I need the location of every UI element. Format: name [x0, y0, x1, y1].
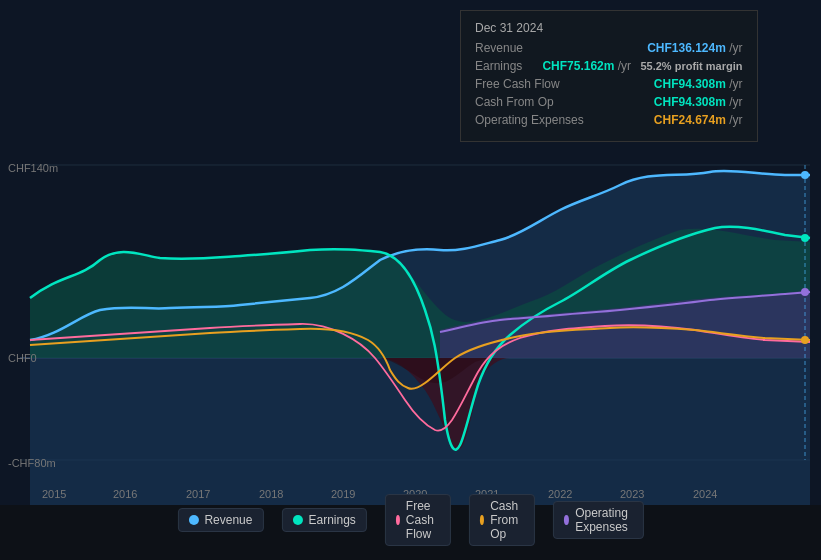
legend-dot-earnings	[292, 515, 302, 525]
tooltip-value-opex: CHF24.674m /yr	[654, 113, 743, 127]
tooltip-row-earnings: Earnings CHF75.162m /yr 55.2% profit mar…	[475, 59, 743, 73]
legend-revenue: Revenue	[177, 508, 263, 532]
svg-point-8	[801, 336, 809, 344]
svg-point-9	[801, 288, 809, 296]
tooltip-label-opex: Operating Expenses	[475, 113, 584, 127]
tooltip-value-revenue: CHF136.124m /yr	[647, 41, 742, 55]
tooltip-date: Dec 31 2024	[475, 21, 743, 35]
tooltip-label-cashop: Cash From Op	[475, 95, 554, 109]
legend-dot-fcf	[396, 515, 400, 525]
tooltip-label-fcf: Free Cash Flow	[475, 77, 560, 91]
tooltip-row-fcf: Free Cash Flow CHF94.308m /yr	[475, 77, 743, 91]
legend-dot-opex	[564, 515, 569, 525]
tooltip-label-revenue: Revenue	[475, 41, 523, 55]
tooltip-value-fcf: CHF94.308m /yr	[654, 77, 743, 91]
svg-point-6	[801, 171, 809, 179]
legend-label-opex: Operating Expenses	[575, 506, 632, 534]
legend-earnings: Earnings	[281, 508, 366, 532]
y-label-top: CHF140m	[8, 162, 58, 174]
tooltip-value-cashop: CHF94.308m /yr	[654, 95, 743, 109]
legend-label-cashop: Cash From Op	[490, 499, 524, 541]
tooltip-value-earnings: CHF75.162m /yr 55.2% profit margin	[542, 59, 742, 73]
legend-cashop: Cash From Op	[469, 494, 535, 546]
legend-opex: Operating Expenses	[553, 501, 644, 539]
svg-point-7	[801, 234, 809, 242]
legend-dot-revenue	[188, 515, 198, 525]
x-label-2024: 2024	[693, 488, 717, 500]
y-label-zero: CHF0	[8, 352, 37, 364]
legend-label-fcf: Free Cash Flow	[406, 499, 440, 541]
tooltip-label-earnings: Earnings	[475, 59, 522, 73]
tooltip-row-opex: Operating Expenses CHF24.674m /yr	[475, 113, 743, 127]
x-label-2015: 2015	[42, 488, 66, 500]
legend-label-revenue: Revenue	[204, 513, 252, 527]
tooltip-panel: Dec 31 2024 Revenue CHF136.124m /yr Earn…	[460, 10, 758, 142]
y-label-neg: -CHF80m	[8, 457, 56, 469]
chart-container: Dec 31 2024 Revenue CHF136.124m /yr Earn…	[0, 0, 821, 560]
x-label-2016: 2016	[113, 488, 137, 500]
legend-label-earnings: Earnings	[308, 513, 355, 527]
legend-fcf: Free Cash Flow	[385, 494, 451, 546]
tooltip-row-cashop: Cash From Op CHF94.308m /yr	[475, 95, 743, 109]
tooltip-row-revenue: Revenue CHF136.124m /yr	[475, 41, 743, 55]
legend-dot-cashop	[480, 515, 484, 525]
chart-legend: Revenue Earnings Free Cash Flow Cash Fro…	[177, 494, 643, 546]
